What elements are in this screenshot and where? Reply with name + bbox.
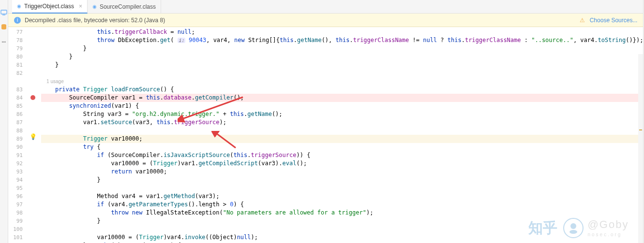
editor-scrollbar[interactable] xyxy=(638,54,643,243)
marks-gutter[interactable]: 💡 xyxy=(29,27,37,243)
close-icon[interactable]: × xyxy=(79,3,82,10)
warning-icon: ⚠ xyxy=(580,17,585,24)
tab-trigger-object[interactable]: ◉ TriggerObject.class × xyxy=(12,0,88,14)
editor-main: ◉ TriggerObject.class × ◉ SourceCompiler… xyxy=(8,0,643,243)
computer-icon[interactable] xyxy=(0,9,8,16)
class-file-icon: ◉ xyxy=(92,4,97,9)
tab-label: SourceCompiler.class xyxy=(100,3,156,10)
choose-sources-link[interactable]: Choose Sources... xyxy=(590,17,638,24)
class-file-icon: ◉ xyxy=(17,3,21,9)
info-icon: i xyxy=(14,17,21,24)
more-icon[interactable]: ⋯ xyxy=(0,38,8,45)
banner-message: Decompiled .class file, bytecode version… xyxy=(25,17,165,24)
code-content[interactable]: this.triggerCallback = null; throw DbExc… xyxy=(37,27,643,243)
line-numbers-gutter[interactable]: 777879808182 838485868788899091929394959… xyxy=(8,27,29,243)
code-editor[interactable]: 777879808182 838485868788899091929394959… xyxy=(8,27,643,243)
tab-source-compiler[interactable]: ◉ SourceCompiler.class xyxy=(88,0,161,14)
svg-rect-0 xyxy=(1,10,7,14)
database-icon[interactable] xyxy=(0,23,8,31)
tab-label: TriggerObject.class xyxy=(24,3,74,10)
decompile-banner: i Decompiled .class file, bytecode versi… xyxy=(8,14,643,27)
editor-tabs: ◉ TriggerObject.class × ◉ SourceCompiler… xyxy=(8,0,643,14)
left-tool-sidebar: ⋯ xyxy=(0,0,8,243)
